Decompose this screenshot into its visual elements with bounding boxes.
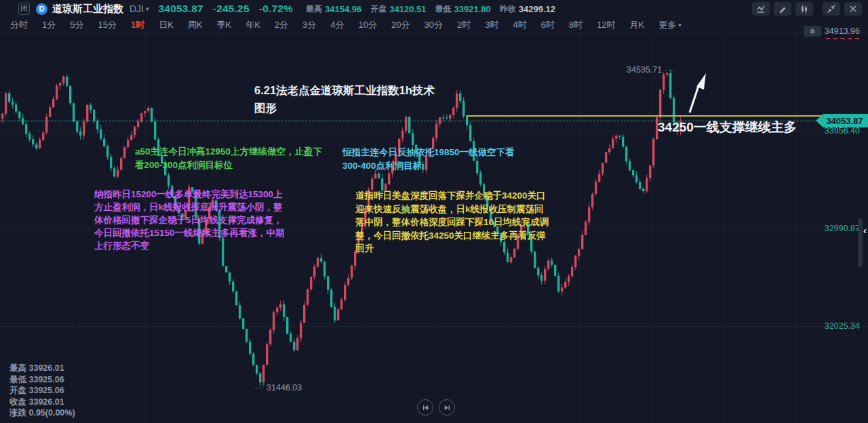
alert-price-label: 34913.96 — [825, 26, 860, 36]
skip-to-end-button[interactable] — [439, 399, 455, 416]
low-price-marker: ···· 31446.03 — [252, 383, 302, 392]
support-line — [467, 115, 868, 117]
alert-line — [826, 38, 859, 39]
alert-icon[interactable] — [804, 26, 821, 37]
note-title: 6.21法老点金道琼斯工业指数1h技术 图形 — [254, 81, 435, 117]
current-price-tag: 34053.87 — [816, 114, 868, 127]
note-hsi: 恒指主连今日反抽依托19850一线做空下看 300-400点利润目标 — [342, 146, 515, 173]
note-a50: a50主连今日冲高12950上方继续做空，止盈下 看200-300点利润目标位 — [135, 145, 322, 172]
skip-to-start-button[interactable] — [417, 399, 433, 416]
marker-dots: ···· — [662, 66, 676, 74]
right-panel-scrollbar[interactable] — [858, 218, 863, 267]
price-alert-row: 34913.96 — [804, 26, 860, 37]
high-price-marker: 34535.71 ···· — [627, 65, 676, 75]
indicator-stat-row: 最高 33926.01 — [9, 363, 75, 374]
indicator-stat-row: 收盘 33926.01 — [9, 397, 75, 408]
indicator-stat-row: 开盘 33925.06 — [9, 385, 75, 397]
indicator-stat-row: 涨跌 0.95(0.00%) — [9, 407, 75, 419]
note-support: 34250一线支撑继续主多 — [658, 119, 797, 136]
marker-dots: ···· — [252, 384, 267, 392]
trading-chart-window: 闭 D 道琼斯工业指数 DJI ▾ 34053.87 -245.25 -0.72… — [0, 0, 868, 423]
note-dow: 道指昨日美盘深度回落下探并企稳于34200关口 迎来快速反抽震荡收盘，日k线报收… — [355, 189, 549, 256]
replay-controls — [417, 399, 455, 416]
expand-panel-chevron-icon[interactable]: ‹ — [863, 224, 867, 236]
note-nasdaq: 纳指昨日15200一线多单最终完美到达15300上 方止盈利润，日k线报收探底回… — [94, 188, 285, 252]
indicator-stats: 最高 33926.01最低 33925.06开盘 33925.06收盘 3392… — [9, 363, 75, 419]
indicator-stat-row: 最低 33925.06 — [9, 374, 75, 386]
